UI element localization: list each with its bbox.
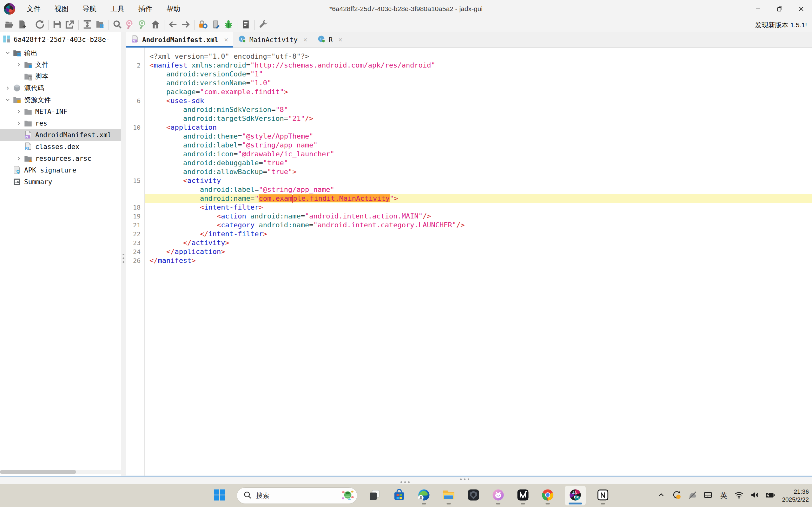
tree-meta-inf[interactable]: META-INF (0, 106, 121, 117)
tab-close-icon[interactable]: × (303, 36, 307, 44)
tree-resources-arsc[interactable]: resources.arsc (0, 153, 121, 164)
update-notice-link[interactable]: 发现新版本 1.5.1! (755, 20, 807, 30)
close-button[interactable] (791, 0, 812, 18)
code-line: <application (145, 123, 812, 132)
tab-r[interactable]: cR× (312, 32, 348, 47)
tab-android-manifest[interactable]: MFAndroidManifest.xml× (126, 32, 233, 47)
tree-hscrollbar (0, 470, 121, 474)
taskbar-task-view-button[interactable] (367, 486, 382, 505)
folder-icon (24, 107, 32, 116)
text-search-button[interactable] (124, 19, 136, 31)
tree-scripts[interactable]: 脚本 (0, 70, 121, 82)
tree-android-manifest[interactable]: MFAndroidManifest.xml (0, 129, 121, 141)
tab-close-icon[interactable]: × (224, 36, 228, 44)
code-editor[interactable]: 26101518192122232426 <?xml version="1.0"… (126, 48, 812, 476)
battery-icon (765, 490, 775, 501)
tray-sync[interactable] (672, 491, 682, 501)
save-button[interactable] (51, 19, 63, 31)
taskbar-clock[interactable]: 21:362025/2/22 (782, 488, 809, 504)
taskbar-file-explorer-button[interactable] (441, 486, 456, 505)
preferences-button[interactable] (258, 19, 269, 31)
toolbar-separator (108, 20, 109, 30)
folder-scripts-icon (24, 72, 32, 80)
menu-plugins[interactable]: 插件 (132, 0, 159, 18)
tree-source-code[interactable]: 源代码 (0, 82, 121, 94)
line-number (126, 79, 144, 88)
device-button[interactable] (210, 19, 221, 31)
tree-apk-signature[interactable]: APK signature (0, 164, 121, 176)
back-button[interactable] (167, 19, 179, 31)
log-button[interactable] (240, 19, 252, 31)
deobfuscation-button[interactable] (197, 19, 209, 31)
menu-tools[interactable]: 工具 (103, 0, 132, 18)
taskbar-jadx-button[interactable]: JADX (565, 486, 586, 505)
chevron-right-icon[interactable] (14, 120, 24, 126)
chevron-down-icon[interactable] (3, 97, 13, 103)
taskbar-pulse-app-button[interactable] (515, 486, 530, 505)
tree-res[interactable]: res (0, 117, 121, 129)
taskbar-store-button[interactable] (392, 486, 407, 505)
refresh-button[interactable] (34, 19, 45, 31)
vertical-splitter[interactable] (121, 32, 126, 476)
tray-input-language[interactable]: 英 (718, 491, 728, 501)
tree-root-node[interactable]: 6a428ff2-25d7-403c-b28e- (0, 32, 121, 47)
open-folder-button[interactable] (4, 19, 15, 31)
menu-help[interactable]: 帮助 (159, 0, 187, 18)
tray-wifi[interactable] (734, 491, 744, 501)
home-button[interactable] (150, 19, 161, 31)
clock-date: 2025/2/22 (782, 496, 809, 504)
bottom-splitter[interactable] (0, 476, 812, 484)
open-folder-icon (5, 20, 14, 31)
file-mf-icon: MF (24, 131, 32, 139)
line-number (126, 52, 144, 61)
tray-volume[interactable] (750, 491, 760, 501)
cloud-off-icon (688, 490, 697, 501)
tree-summary[interactable]: Summary (0, 176, 121, 188)
current-line: android:name="com.example.findit.MainAct… (145, 194, 812, 203)
menu-file[interactable]: 文件 (20, 0, 48, 18)
taskbar-edge-button[interactable] (416, 486, 432, 505)
tab-main-activity[interactable]: cMainActivity× (233, 32, 312, 47)
minimize-button[interactable] (747, 0, 769, 18)
debugger-button[interactable] (223, 19, 234, 31)
toolbar-separator (79, 20, 79, 30)
restore-icon (776, 5, 783, 12)
class-search-button[interactable] (137, 19, 149, 31)
taskbar-search-box[interactable]: 搜索 (237, 487, 357, 504)
chevron-right-icon[interactable] (14, 108, 24, 115)
search-button[interactable] (112, 19, 123, 31)
taskbar-notion-button[interactable] (595, 486, 610, 505)
tree-hscrollbar-thumb[interactable] (0, 470, 76, 474)
flatten-button[interactable] (82, 19, 93, 31)
tree-classes-dex[interactable]: Jclasses.dex (0, 141, 121, 153)
start-button[interactable] (212, 486, 227, 505)
sync-tree-button[interactable] (94, 19, 106, 31)
chevron-down-icon[interactable] (3, 50, 13, 56)
tree-resources[interactable]: 资源文件 (0, 94, 121, 106)
tree-files[interactable]: 文件 (0, 59, 121, 70)
menu-navigation[interactable]: 导航 (75, 0, 103, 18)
summary-icon (13, 178, 21, 186)
forward-icon (181, 20, 190, 31)
chevron-right-icon[interactable] (14, 155, 24, 162)
taskbar-game-hub-button[interactable] (466, 486, 481, 505)
tray-expand[interactable] (656, 491, 666, 501)
forward-button[interactable] (180, 19, 191, 31)
tray-battery[interactable] (765, 491, 775, 501)
code-line: </application> (145, 247, 812, 256)
tab-close-icon[interactable]: × (338, 36, 342, 44)
taskbar-cat-app-button[interactable] (491, 486, 506, 505)
add-file-button[interactable] (16, 19, 28, 31)
svg-text:JA: JA (572, 491, 577, 495)
maximize-button[interactable] (769, 0, 791, 18)
chevron-right-icon[interactable] (3, 85, 13, 91)
pulse-app-icon (516, 488, 529, 503)
tray-cloud[interactable] (687, 491, 698, 501)
taskbar-chrome-button[interactable] (540, 486, 555, 505)
splitter-grip-icon (400, 481, 410, 483)
menu-view[interactable]: 视图 (48, 0, 75, 18)
chevron-right-icon[interactable] (14, 61, 24, 68)
tray-touchpad[interactable] (703, 491, 713, 501)
export-button[interactable] (64, 19, 75, 31)
tree-output[interactable]: 输出 (0, 47, 121, 59)
